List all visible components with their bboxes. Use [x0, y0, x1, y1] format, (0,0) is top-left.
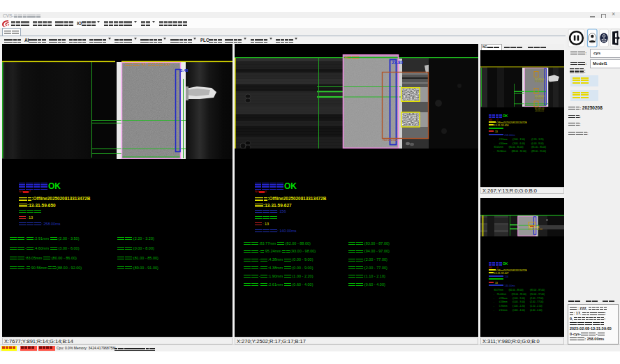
svg-text:243.00+0.5: 243.00+0.5 — [535, 109, 545, 112]
svg-text:243.00+0.5: 243.00+0.5 — [535, 97, 545, 100]
svg-text:243.00 +0.5 0.0: 243.00 +0.5 0.0 — [529, 228, 542, 231]
svg-text:243.00+0.5: 243.00+0.5 — [535, 80, 545, 83]
svg-text:NG:0 0.00: NG:0 0.00 — [383, 138, 397, 142]
